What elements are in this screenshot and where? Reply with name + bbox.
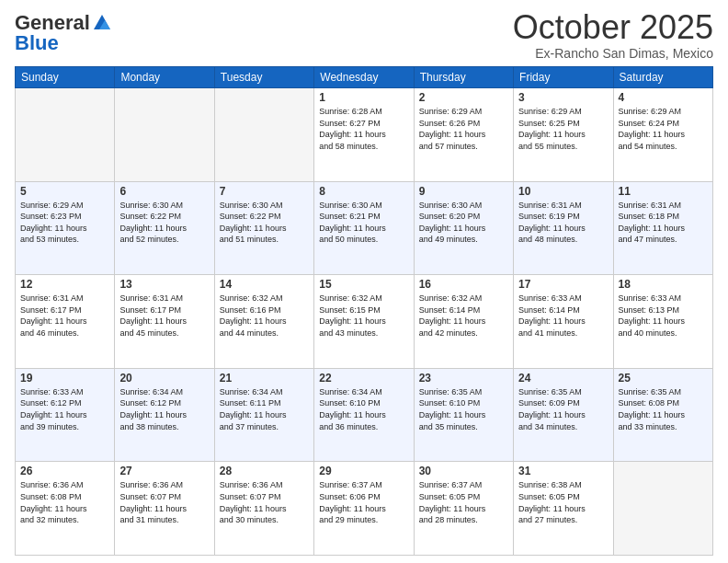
day-info: Sunrise: 6:28 AM Sunset: 6:27 PM Dayligh…: [319, 106, 408, 152]
day-info: Sunrise: 6:29 AM Sunset: 6:24 PM Dayligh…: [619, 106, 708, 152]
table-cell: 19Sunrise: 6:33 AM Sunset: 6:12 PM Dayli…: [16, 368, 115, 462]
logo: General Blue: [15, 11, 112, 55]
table-cell: [115, 88, 214, 182]
day-info: Sunrise: 6:35 AM Sunset: 6:10 PM Dayligh…: [419, 386, 508, 432]
day-number: 20: [119, 372, 209, 385]
day-info: Sunrise: 6:37 AM Sunset: 6:06 PM Dayligh…: [319, 479, 408, 525]
day-number: 26: [20, 465, 109, 477]
table-cell: 30Sunrise: 6:37 AM Sunset: 6:05 PM Dayli…: [414, 462, 513, 556]
day-info: Sunrise: 6:35 AM Sunset: 6:08 PM Dayligh…: [619, 386, 708, 432]
table-cell: 27Sunrise: 6:36 AM Sunset: 6:07 PM Dayli…: [115, 462, 214, 556]
day-info: Sunrise: 6:31 AM Sunset: 6:18 PM Dayligh…: [619, 200, 708, 246]
day-number: 11: [619, 185, 708, 198]
table-cell: 4Sunrise: 6:29 AM Sunset: 6:24 PM Daylig…: [613, 88, 712, 182]
day-number: 3: [518, 91, 608, 104]
day-number: 19: [20, 372, 109, 385]
table-cell: [16, 88, 115, 182]
day-info: Sunrise: 6:31 AM Sunset: 6:17 PM Dayligh…: [119, 293, 209, 339]
day-number: 27: [119, 465, 209, 477]
day-number: 31: [518, 465, 608, 477]
day-number: 5: [20, 185, 109, 198]
table-cell: 12Sunrise: 6:31 AM Sunset: 6:17 PM Dayli…: [16, 275, 115, 369]
day-info: Sunrise: 6:30 AM Sunset: 6:20 PM Dayligh…: [419, 200, 508, 246]
table-cell: 22Sunrise: 6:34 AM Sunset: 6:10 PM Dayli…: [314, 368, 414, 462]
day-info: Sunrise: 6:32 AM Sunset: 6:15 PM Dayligh…: [319, 293, 408, 339]
calendar-week-row: 1Sunrise: 6:28 AM Sunset: 6:27 PM Daylig…: [16, 88, 713, 182]
calendar-table: Sunday Monday Tuesday Wednesday Thursday…: [15, 66, 713, 556]
day-number: 29: [319, 465, 408, 477]
col-tuesday: Tuesday: [214, 67, 313, 88]
col-wednesday: Wednesday: [314, 67, 414, 88]
table-cell: [613, 462, 712, 556]
header-row: Sunday Monday Tuesday Wednesday Thursday…: [16, 67, 713, 88]
table-cell: 5Sunrise: 6:29 AM Sunset: 6:23 PM Daylig…: [16, 181, 115, 275]
day-number: 30: [419, 465, 508, 477]
day-info: Sunrise: 6:38 AM Sunset: 6:05 PM Dayligh…: [518, 479, 608, 525]
day-info: Sunrise: 6:31 AM Sunset: 6:17 PM Dayligh…: [20, 293, 109, 339]
header: General Blue October 2025 Ex-Rancho San …: [15, 11, 713, 61]
page: General Blue October 2025 Ex-Rancho San …: [0, 0, 728, 563]
col-thursday: Thursday: [414, 67, 513, 88]
day-info: Sunrise: 6:36 AM Sunset: 6:07 PM Dayligh…: [220, 479, 309, 525]
table-cell: 2Sunrise: 6:29 AM Sunset: 6:26 PM Daylig…: [414, 88, 513, 182]
day-info: Sunrise: 6:33 AM Sunset: 6:13 PM Dayligh…: [619, 293, 708, 339]
table-cell: 18Sunrise: 6:33 AM Sunset: 6:13 PM Dayli…: [613, 275, 712, 369]
day-number: 25: [619, 372, 708, 385]
day-number: 18: [619, 278, 708, 291]
col-sunday: Sunday: [16, 67, 115, 88]
table-cell: 24Sunrise: 6:35 AM Sunset: 6:09 PM Dayli…: [514, 368, 613, 462]
table-cell: 29Sunrise: 6:37 AM Sunset: 6:06 PM Dayli…: [314, 462, 414, 556]
day-number: 14: [220, 278, 309, 291]
day-info: Sunrise: 6:30 AM Sunset: 6:22 PM Dayligh…: [119, 200, 209, 246]
day-number: 16: [419, 278, 508, 291]
day-info: Sunrise: 6:30 AM Sunset: 6:21 PM Dayligh…: [319, 200, 408, 246]
day-number: 24: [518, 372, 608, 385]
table-cell: 6Sunrise: 6:30 AM Sunset: 6:22 PM Daylig…: [115, 181, 214, 275]
day-info: Sunrise: 6:36 AM Sunset: 6:07 PM Dayligh…: [119, 479, 209, 525]
col-saturday: Saturday: [613, 67, 712, 88]
table-cell: 7Sunrise: 6:30 AM Sunset: 6:22 PM Daylig…: [214, 181, 313, 275]
calendar-week-row: 26Sunrise: 6:36 AM Sunset: 6:08 PM Dayli…: [16, 462, 713, 556]
day-info: Sunrise: 6:36 AM Sunset: 6:08 PM Dayligh…: [20, 479, 109, 525]
table-cell: 20Sunrise: 6:34 AM Sunset: 6:12 PM Dayli…: [115, 368, 214, 462]
day-number: 7: [220, 185, 309, 198]
col-monday: Monday: [115, 67, 214, 88]
day-number: 22: [319, 372, 408, 385]
day-info: Sunrise: 6:29 AM Sunset: 6:23 PM Dayligh…: [20, 200, 109, 246]
day-number: 13: [119, 278, 209, 291]
day-number: 21: [220, 372, 309, 385]
table-cell: 8Sunrise: 6:30 AM Sunset: 6:21 PM Daylig…: [314, 181, 414, 275]
day-info: Sunrise: 6:34 AM Sunset: 6:11 PM Dayligh…: [220, 386, 309, 432]
table-cell: 26Sunrise: 6:36 AM Sunset: 6:08 PM Dayli…: [16, 462, 115, 556]
table-cell: 14Sunrise: 6:32 AM Sunset: 6:16 PM Dayli…: [214, 275, 313, 369]
table-cell: 1Sunrise: 6:28 AM Sunset: 6:27 PM Daylig…: [314, 88, 414, 182]
table-cell: 11Sunrise: 6:31 AM Sunset: 6:18 PM Dayli…: [613, 181, 712, 275]
day-info: Sunrise: 6:31 AM Sunset: 6:19 PM Dayligh…: [518, 200, 608, 246]
table-cell: 31Sunrise: 6:38 AM Sunset: 6:05 PM Dayli…: [514, 462, 613, 556]
logo-icon: [92, 13, 112, 33]
title-block: October 2025 Ex-Rancho San Dimas, Mexico: [513, 11, 713, 61]
day-number: 23: [419, 372, 508, 385]
day-number: 4: [619, 91, 708, 104]
day-number: 17: [518, 278, 608, 291]
day-info: Sunrise: 6:33 AM Sunset: 6:12 PM Dayligh…: [20, 386, 109, 432]
day-info: Sunrise: 6:34 AM Sunset: 6:12 PM Dayligh…: [119, 386, 209, 432]
table-cell: 15Sunrise: 6:32 AM Sunset: 6:15 PM Dayli…: [314, 275, 414, 369]
table-cell: 25Sunrise: 6:35 AM Sunset: 6:08 PM Dayli…: [613, 368, 712, 462]
calendar-week-row: 12Sunrise: 6:31 AM Sunset: 6:17 PM Dayli…: [16, 275, 713, 369]
calendar-week-row: 19Sunrise: 6:33 AM Sunset: 6:12 PM Dayli…: [16, 368, 713, 462]
month-title: October 2025: [513, 11, 713, 44]
table-cell: 10Sunrise: 6:31 AM Sunset: 6:19 PM Dayli…: [514, 181, 613, 275]
day-info: Sunrise: 6:35 AM Sunset: 6:09 PM Dayligh…: [518, 386, 608, 432]
table-cell: 28Sunrise: 6:36 AM Sunset: 6:07 PM Dayli…: [214, 462, 313, 556]
day-number: 1: [319, 91, 408, 104]
day-number: 6: [119, 185, 209, 198]
table-cell: 13Sunrise: 6:31 AM Sunset: 6:17 PM Dayli…: [115, 275, 214, 369]
day-info: Sunrise: 6:30 AM Sunset: 6:22 PM Dayligh…: [220, 200, 309, 246]
day-number: 8: [319, 185, 408, 198]
location: Ex-Rancho San Dimas, Mexico: [513, 46, 713, 61]
calendar-week-row: 5Sunrise: 6:29 AM Sunset: 6:23 PM Daylig…: [16, 181, 713, 275]
table-cell: 17Sunrise: 6:33 AM Sunset: 6:14 PM Dayli…: [514, 275, 613, 369]
day-info: Sunrise: 6:34 AM Sunset: 6:10 PM Dayligh…: [319, 386, 408, 432]
table-cell: 21Sunrise: 6:34 AM Sunset: 6:11 PM Dayli…: [214, 368, 313, 462]
